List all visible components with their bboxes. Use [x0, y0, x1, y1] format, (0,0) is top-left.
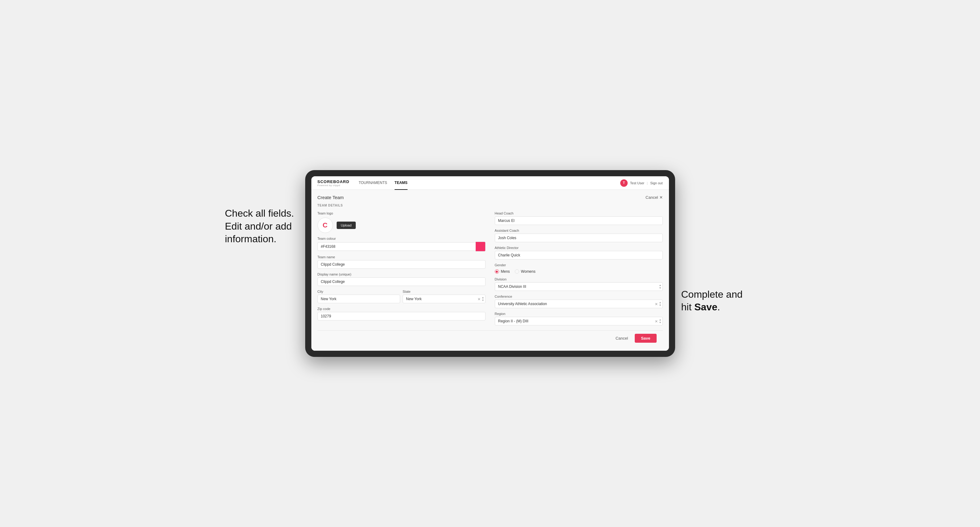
instruction-right: Complete and hit Save.	[681, 288, 755, 314]
state-label: State	[402, 290, 485, 294]
city-state-field: City State ✕	[318, 290, 485, 303]
page-title-bar: Create Team Cancel ✕	[318, 195, 663, 200]
team-name-label: Team name	[318, 255, 485, 259]
nav-links: TOURNAMENTS TEAMS	[358, 176, 620, 190]
cancel-button[interactable]: Cancel	[612, 334, 632, 343]
page-title: Create Team	[318, 195, 344, 200]
city-input[interactable]	[318, 295, 401, 303]
user-avatar: T	[620, 179, 628, 187]
region-field: Region ✕ ▲ ▼	[495, 312, 663, 325]
city-state-row: City State ✕	[318, 290, 485, 303]
assistant-coach-field: Assistant Coach	[495, 229, 663, 242]
logo-area: C Upload	[318, 217, 485, 233]
main-content: Create Team Cancel ✕ TEAM DETAILS Team l…	[311, 190, 669, 351]
color-swatch[interactable]	[476, 241, 485, 251]
colour-text-input[interactable]	[318, 242, 476, 251]
division-select-wrapper: ▲ ▼	[495, 282, 663, 291]
top-navigation: SCOREBOARD Powered by clippd TOURNAMENTS…	[311, 176, 669, 190]
user-name: Test User	[630, 181, 644, 185]
team-name-input[interactable]	[318, 260, 485, 269]
brand-subtitle: Powered by clippd	[318, 184, 350, 187]
region-input[interactable]	[495, 317, 663, 325]
region-clear-icon[interactable]: ✕	[655, 319, 658, 323]
region-label: Region	[495, 312, 663, 316]
color-input-row	[318, 241, 485, 251]
instruction-left: Check all fields. Edit and/or add inform…	[225, 207, 299, 246]
brand-logo: SCOREBOARD Powered by clippd	[318, 179, 350, 187]
state-input[interactable]	[402, 295, 485, 303]
state-field: State ✕ ▲ ▼	[402, 290, 485, 303]
assistant-coach-input[interactable]	[495, 233, 663, 242]
nav-teams[interactable]: TEAMS	[395, 176, 407, 190]
athletic-director-label: Athletic Director	[495, 246, 663, 250]
form-footer: Cancel Save	[318, 330, 663, 346]
conference-input[interactable]	[495, 300, 663, 308]
zip-input[interactable]	[318, 312, 485, 321]
head-coach-field: Head Coach	[495, 211, 663, 225]
tablet-screen: SCOREBOARD Powered by clippd TOURNAMENTS…	[311, 176, 669, 351]
separator: |	[647, 181, 648, 185]
nav-tournaments[interactable]: TOURNAMENTS	[358, 176, 387, 190]
left-column: Team logo C Upload Team colour	[318, 211, 485, 325]
display-name-input[interactable]	[318, 277, 485, 286]
division-label: Division	[495, 277, 663, 281]
upload-button[interactable]: Upload	[337, 222, 356, 229]
team-logo-field: Team logo C Upload	[318, 211, 485, 233]
athletic-director-field: Athletic Director	[495, 246, 663, 259]
display-name-label: Display name (unique)	[318, 273, 485, 276]
head-coach-label: Head Coach	[495, 211, 663, 215]
gender-label: Gender	[495, 263, 663, 267]
zip-label: Zip code	[318, 307, 485, 311]
team-name-field: Team name	[318, 255, 485, 269]
conference-field: Conference ✕ ▲ ▼	[495, 295, 663, 308]
conference-label: Conference	[495, 295, 663, 298]
display-name-field: Display name (unique)	[318, 273, 485, 286]
head-coach-input[interactable]	[495, 216, 663, 225]
gender-radio-group: Mens Womens	[495, 269, 663, 274]
nav-right: T Test User | Sign out	[620, 179, 663, 187]
gender-womens-radio[interactable]	[515, 269, 519, 274]
logo-circle: C	[318, 217, 333, 233]
city-label: City	[318, 290, 401, 294]
zip-field: Zip code	[318, 307, 485, 321]
section-label: TEAM DETAILS	[318, 204, 663, 207]
right-column: Head Coach Assistant Coach Athletic Dire…	[495, 211, 663, 325]
form-grid: Team logo C Upload Team colour	[318, 211, 663, 325]
conference-clear-icon[interactable]: ✕	[655, 302, 658, 306]
athletic-director-input[interactable]	[495, 251, 663, 259]
gender-mens-option[interactable]: Mens	[495, 269, 510, 274]
gender-mens-radio[interactable]	[495, 269, 499, 274]
tablet-frame: SCOREBOARD Powered by clippd TOURNAMENTS…	[305, 170, 675, 357]
conference-select-wrapper: ✕ ▲ ▼	[495, 300, 663, 308]
state-clear-icon[interactable]: ✕	[477, 297, 480, 301]
assistant-coach-label: Assistant Coach	[495, 229, 663, 232]
team-logo-label: Team logo	[318, 211, 485, 215]
sign-out-link[interactable]: Sign out	[650, 181, 662, 185]
division-input[interactable]	[495, 282, 663, 291]
brand-title: SCOREBOARD	[318, 179, 350, 184]
team-colour-field: Team colour	[318, 237, 485, 251]
gender-field: Gender Mens Womens	[495, 263, 663, 274]
city-field: City	[318, 290, 401, 303]
save-button[interactable]: Save	[635, 334, 656, 343]
gender-womens-option[interactable]: Womens	[515, 269, 536, 274]
team-colour-label: Team colour	[318, 237, 485, 240]
region-select-wrapper: ✕ ▲ ▼	[495, 317, 663, 325]
state-select-wrapper: ✕ ▲ ▼	[402, 295, 485, 303]
cancel-x-button[interactable]: Cancel ✕	[646, 195, 662, 200]
division-field: Division ▲ ▼	[495, 277, 663, 291]
